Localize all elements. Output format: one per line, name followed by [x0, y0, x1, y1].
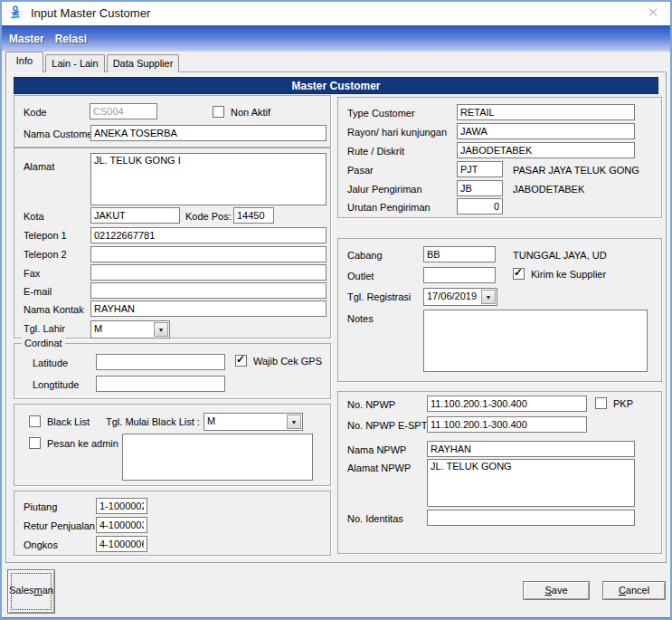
wajib-cek-gps-label: Wajib Cek GPS: [253, 356, 322, 367]
outlet-label: Outlet: [347, 271, 374, 281]
cancel-button[interactable]: Cancel: [602, 581, 666, 600]
app-icon: [8, 5, 23, 20]
save-button-accel: S: [544, 585, 551, 596]
alamat-npwp-field[interactable]: JL. TELUK GONG: [427, 459, 635, 507]
type-customer-field[interactable]: [457, 104, 635, 120]
tgl-registrasi-dropdown[interactable]: 17/06/2019 ▼: [423, 288, 497, 306]
email-label: E-mail: [24, 286, 52, 297]
alamat-field[interactable]: JL. TELUK GONG I: [90, 153, 327, 205]
black-list-checkbox[interactable]: ✓: [29, 415, 41, 427]
nama-customer-field[interactable]: [90, 125, 327, 141]
chevron-down-icon[interactable]: ▼: [154, 322, 168, 337]
no-npwp-label: No. NPWP: [347, 399, 395, 410]
chevron-down-icon[interactable]: ▼: [287, 415, 301, 429]
cordinat-legend: Cordinat: [22, 338, 65, 348]
alamat-label: Alamat: [24, 161, 54, 172]
title-bar: Input Master Customer ✕: [0, 0, 672, 25]
tab-info[interactable]: Info: [5, 52, 43, 72]
urutan-pengiriman-label: Urutan Pengiriman: [347, 202, 431, 213]
pesan-ke-admin-checkbox[interactable]: ✓: [29, 437, 41, 449]
salesman-button-label: Sales: [9, 585, 34, 596]
salesman-button-accel: m: [34, 585, 43, 596]
cabang-group: Cabang TUNGGAL JAYA, UD Outlet ✓ Kirim k…: [337, 238, 662, 382]
jalur-pengiriman-label: Jalur Pengiriman: [347, 184, 422, 195]
input-master-customer-window: Input Master Customer ✕ Master Relasi In…: [0, 0, 672, 620]
blacklist-group: ✓ Black List Tgl. Mulai Black List : M ▼…: [14, 404, 331, 486]
kota-field[interactable]: [90, 207, 180, 224]
notes-field[interactable]: [423, 310, 648, 372]
pesan-ke-admin-label: Pesan ke admin: [47, 438, 118, 449]
kode-pos-label: Kode Pos:: [185, 211, 232, 222]
cancel-button-label: ancel: [626, 585, 649, 596]
no-identitas-field[interactable]: [427, 510, 635, 526]
nama-customer-label: Nama Customer: [24, 129, 96, 139]
menu-item-relasi[interactable]: Relasi: [55, 33, 87, 45]
pesan-ke-admin-field[interactable]: [122, 434, 313, 481]
no-npwp-field[interactable]: [427, 396, 587, 412]
fax-field[interactable]: [90, 264, 327, 281]
notes-label: Notes: [347, 313, 374, 324]
outlet-field[interactable]: [423, 267, 496, 283]
pkp-label: PKP: [613, 398, 633, 409]
no-identitas-label: No. Identitas: [347, 513, 403, 524]
no-npwp-espt-field[interactable]: [427, 416, 587, 433]
kota-label: Kota: [24, 211, 44, 222]
tgl-mulai-black-list-value: M: [207, 415, 286, 426]
menu-item-master[interactable]: Master: [9, 33, 44, 45]
chevron-down-icon[interactable]: ▼: [481, 290, 496, 304]
page-title: Master Customer: [14, 77, 658, 94]
rayon-label: Rayon/ hari kunjungan: [347, 127, 447, 138]
salesman-button[interactable]: Salesman: [7, 569, 55, 614]
longtitude-field[interactable]: [96, 376, 225, 392]
ongkos-field[interactable]: [96, 536, 147, 552]
nama-kontak-label: Nama Kontak: [24, 304, 84, 315]
rute-diskrit-field[interactable]: [457, 142, 635, 158]
longtitude-label: Longtitude: [33, 379, 79, 390]
check-icon: ✓: [514, 266, 523, 279]
latitude-label: Latitude: [33, 358, 68, 368]
telepon1-field[interactable]: [90, 227, 327, 243]
cabang-code-field[interactable]: [423, 246, 496, 262]
wajib-cek-gps-checkbox[interactable]: ✓: [235, 355, 247, 367]
npwp-group: No. NPWP ✓ PKP No. NPWP E-SPT Nama NPWP …: [337, 391, 662, 554]
tab-lain-lain[interactable]: Lain - Lain: [45, 54, 105, 72]
telepon2-label: Telepon 2: [24, 249, 67, 260]
rayon-field[interactable]: [457, 123, 635, 139]
accounts-group: Piutang Retur Penjualan Ongkos: [14, 491, 331, 556]
save-button[interactable]: Save: [523, 581, 590, 600]
kode-label: Kode: [24, 107, 47, 118]
close-icon[interactable]: ✕: [645, 5, 661, 21]
identity-group: Kode ✓ Non Aktif Nama Customer: [14, 95, 331, 148]
latitude-field[interactable]: [96, 354, 225, 370]
black-list-label: Black List: [47, 416, 90, 427]
non-aktif-checkbox[interactable]: ✓: [213, 106, 224, 118]
pasar-description: PASAR JAYA TELUK GONG: [513, 165, 639, 176]
tab-data-supplier[interactable]: Data Supplier: [107, 54, 179, 72]
piutang-field[interactable]: [96, 498, 147, 514]
kirim-ke-supplier-checkbox[interactable]: ✓: [513, 268, 525, 280]
tgl-registrasi-label: Tgl. Registrasi: [347, 291, 411, 302]
pasar-code-field[interactable]: [457, 161, 503, 177]
no-npwp-espt-label: No. NPWP E-SPT: [347, 420, 427, 431]
tgl-lahir-dropdown[interactable]: M ▼: [90, 320, 170, 339]
save-button-label: ave: [552, 585, 568, 596]
email-field[interactable]: [90, 282, 327, 299]
nama-kontak-field[interactable]: [90, 300, 327, 317]
pasar-label: Pasar: [347, 165, 374, 176]
tgl-mulai-black-list-dropdown[interactable]: M ▼: [203, 413, 303, 431]
non-aktif-label: Non Aktif: [231, 107, 270, 118]
kode-field[interactable]: [90, 103, 157, 119]
urutan-pengiriman-field[interactable]: [457, 198, 503, 215]
pkp-checkbox[interactable]: ✓: [595, 397, 607, 409]
telepon2-field[interactable]: [90, 246, 327, 262]
jalur-pengiriman-code-field[interactable]: [457, 180, 503, 196]
kode-pos-field[interactable]: [233, 207, 274, 224]
retur-penjualan-field[interactable]: [96, 517, 147, 533]
cabang-label: Cabang: [347, 250, 383, 261]
cabang-description: TUNGGAL JAYA, UD: [513, 250, 607, 261]
tgl-mulai-black-list-label: Tgl. Mulai Black List :: [106, 416, 200, 427]
nama-npwp-field[interactable]: [427, 441, 635, 457]
fax-label: Fax: [24, 268, 40, 279]
tgl-lahir-value: M: [94, 323, 153, 334]
menu-bar: Master Relasi: [0, 25, 672, 52]
